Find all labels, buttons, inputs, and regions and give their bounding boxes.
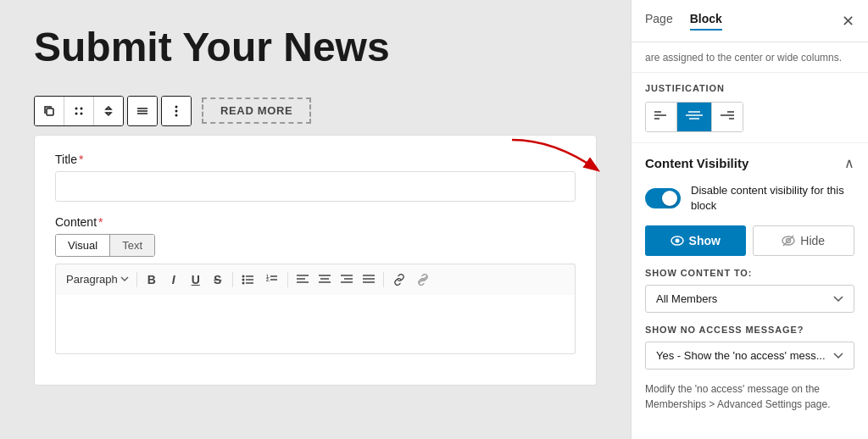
no-access-label: SHOW NO ACCESS MESSAGE?: [645, 325, 854, 335]
svg-point-49: [675, 239, 679, 243]
toolbar-group-more: [161, 96, 192, 126]
align-left-button[interactable]: [292, 270, 313, 290]
bullet-list-button[interactable]: [237, 270, 259, 290]
sidebar-close-button[interactable]: ✕: [842, 14, 854, 29]
cv-title: Content Visibility: [645, 156, 748, 170]
underline-button[interactable]: U: [186, 270, 206, 290]
justify-group: [645, 102, 743, 132]
read-more-button[interactable]: READ MORE: [202, 97, 311, 124]
no-access-hint: Modify the 'no access' message on the Me…: [645, 381, 854, 412]
content-label: Content*: [55, 215, 576, 229]
content-visibility-toggle[interactable]: [645, 188, 681, 208]
more-options-button[interactable]: [162, 97, 191, 125]
block-toolbar: READ MORE: [34, 96, 597, 126]
toolbar-group-left: [34, 96, 124, 126]
show-hide-row: Show Hide: [645, 225, 854, 256]
justification-section: JUSTIFICATION: [632, 73, 868, 143]
sidebar-content: are assigned to the center or wide colum…: [632, 42, 868, 439]
sidebar-tab-page[interactable]: Page: [645, 12, 673, 31]
justification-label: JUSTIFICATION: [645, 83, 854, 93]
drag-button[interactable]: [64, 97, 94, 125]
no-access-select[interactable]: Yes - Show the 'no access' mess...: [645, 342, 854, 370]
content-visibility-section: Content Visibility ∧ Disable content vis…: [632, 143, 868, 424]
toggle-label: Disable content visibility for this bloc…: [691, 183, 854, 214]
required-star: *: [79, 153, 83, 166]
justify-button[interactable]: [359, 270, 379, 290]
main-area: Submit Your News: [0, 0, 631, 439]
numbered-list-button[interactable]: 1.2.: [261, 270, 283, 290]
link-button[interactable]: [388, 270, 410, 290]
hide-button[interactable]: Hide: [753, 225, 855, 256]
justify-left-button[interactable]: [646, 103, 677, 131]
divider-4: [383, 272, 384, 287]
svg-point-14: [242, 278, 244, 281]
editor-content-area[interactable]: [55, 295, 576, 354]
svg-point-10: [175, 114, 178, 116]
svg-text:2.: 2.: [266, 277, 270, 282]
svg-point-2: [81, 107, 83, 109]
sidebar-tab-bar: Page Block: [645, 12, 722, 31]
page-title: Submit Your News: [34, 25, 597, 70]
unlink-button[interactable]: [412, 270, 434, 290]
title-label: Title*: [55, 153, 576, 166]
editor-toolbar: Paragraph B I U S 1.2.: [55, 264, 576, 295]
svg-point-4: [81, 112, 83, 114]
divider-1: [136, 272, 137, 287]
show-content-to-label: SHOW CONTENT TO:: [645, 268, 854, 278]
strikethrough-button[interactable]: S: [208, 270, 228, 290]
editor-tab-bar: Visual Text: [55, 234, 155, 257]
svg-point-9: [175, 109, 178, 112]
move-up-down-button[interactable]: [94, 97, 123, 125]
title-input[interactable]: [55, 171, 576, 202]
justify-center-button[interactable]: [677, 103, 712, 131]
title-group: Title*: [55, 153, 576, 202]
bold-button[interactable]: B: [142, 270, 162, 290]
paragraph-select[interactable]: Paragraph: [63, 271, 132, 287]
svg-point-3: [75, 112, 78, 114]
divider-2: [232, 272, 233, 287]
align-center-button[interactable]: [314, 270, 335, 290]
toggle-thumb: [662, 191, 677, 206]
cv-collapse-button[interactable]: ∧: [844, 155, 854, 171]
content-group: Content* Visual Text Paragraph B I U S: [55, 215, 576, 354]
svg-point-12: [242, 275, 244, 277]
tab-text[interactable]: Text: [110, 235, 154, 256]
svg-point-1: [75, 107, 78, 109]
show-content-to-select[interactable]: All Members: [645, 285, 854, 313]
svg-point-16: [242, 281, 244, 284]
svg-point-8: [175, 105, 178, 108]
duplicate-button[interactable]: [35, 97, 64, 125]
italic-button[interactable]: I: [164, 270, 184, 290]
content-required-star: *: [98, 215, 103, 229]
cv-header: Content Visibility ∧: [645, 155, 854, 171]
form-block: Title* Content* Visual Text Paragraph B: [34, 135, 597, 386]
tab-visual[interactable]: Visual: [56, 235, 110, 256]
justify-right-button[interactable]: [712, 103, 743, 131]
align-right-button[interactable]: [337, 270, 357, 290]
align-button[interactable]: [128, 97, 157, 125]
show-button[interactable]: Show: [645, 225, 746, 256]
svg-rect-0: [47, 108, 53, 115]
sidebar: Page Block ✕ are assigned to the center …: [631, 0, 868, 439]
sidebar-tab-block[interactable]: Block: [690, 12, 722, 31]
divider-3: [287, 272, 288, 287]
sidebar-header: Page Block ✕: [632, 0, 868, 42]
scroll-hint-text: are assigned to the center or wide colum…: [632, 42, 868, 73]
toggle-row: Disable content visibility for this bloc…: [645, 183, 854, 214]
toolbar-group-align: [127, 96, 158, 126]
